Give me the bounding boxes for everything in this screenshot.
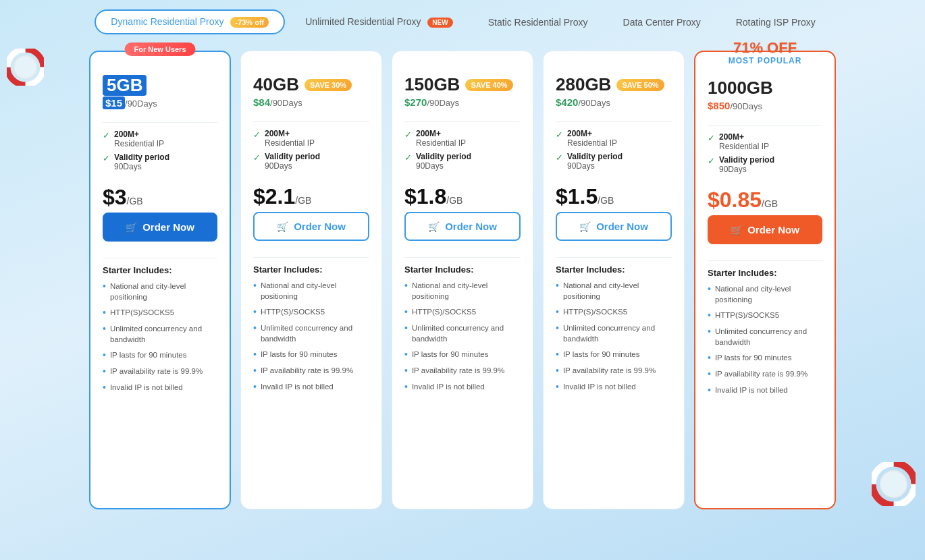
nav-label-dynamic: Dynamic Residential Proxy bbox=[111, 16, 223, 27]
divider2-150gb bbox=[404, 257, 521, 258]
feature-5-1000gb: IP availability rate is 99.9% bbox=[708, 368, 822, 380]
order-btn-1000gb[interactable]: 🛒 Order Now bbox=[708, 215, 822, 244]
period-1000gb: /90Days bbox=[730, 101, 762, 111]
order-btn-150gb[interactable]: 🛒 Order Now bbox=[404, 212, 521, 241]
order-label-1000gb: Order Now bbox=[747, 224, 799, 235]
feature-1-40gb: National and city-level positioning bbox=[253, 280, 369, 302]
feature-1-280gb: National and city-level positioning bbox=[556, 280, 672, 302]
plan-card-280gb: 280GB SAVE 50% $420/90Days ✓ 200M+ Resid… bbox=[543, 51, 685, 509]
ips-row-40gb: ✓ 200M+ Residential IP bbox=[253, 129, 369, 148]
plan-card-40gb: 40GB SAVE 30% $84/90Days ✓ 200M+ Residen… bbox=[240, 51, 382, 509]
feature-1-5gb: National and city-level positioning bbox=[103, 281, 217, 302]
validity-row-40gb: ✓ Validity period 90Days bbox=[253, 152, 369, 171]
feature-2-5gb: HTTP(S)/SOCKS5 bbox=[103, 307, 217, 318]
feature-5-40gb: IP availability rate is 99.9% bbox=[253, 365, 369, 376]
feature-5-280gb: IP availability rate is 99.9% bbox=[556, 365, 672, 376]
nav-label-unlimited: Unlimited Residential Proxy bbox=[305, 16, 421, 27]
feature-6-1000gb: Invalid IP is not billed bbox=[708, 385, 822, 396]
order-btn-40gb[interactable]: 🛒 Order Now bbox=[253, 212, 369, 241]
per-gb-40gb: $2.1/GB bbox=[253, 184, 369, 209]
order-btn-5gb[interactable]: 🛒 Order Now bbox=[103, 213, 217, 242]
order-label-5gb: Order Now bbox=[142, 221, 194, 233]
divider-150gb bbox=[404, 121, 521, 122]
check-validity-150gb: ✓ bbox=[404, 152, 412, 163]
price-value-1000gb: $850 bbox=[708, 100, 730, 111]
nav-item-static[interactable]: Static Residential Proxy bbox=[473, 11, 603, 33]
divider2-5gb bbox=[103, 258, 217, 258]
per-gb-unit-40gb: /GB bbox=[295, 195, 311, 206]
feature-3-280gb: Unlimited concurrency and bandwidth bbox=[556, 323, 672, 344]
gb-label-5gb: 5GB bbox=[103, 75, 147, 96]
gb-label-280gb: 280GB bbox=[556, 74, 611, 95]
validity-label-40gb: Validity period bbox=[265, 152, 320, 161]
ips-value-5gb: 200M+ bbox=[114, 130, 164, 139]
period-40gb: /90Days bbox=[270, 98, 302, 108]
validity-label-5gb: Validity period bbox=[114, 152, 169, 162]
ip-type-40gb: Residential IP bbox=[265, 138, 315, 148]
nav-item-unlimited[interactable]: Unlimited Residential Proxy NEW bbox=[290, 11, 467, 33]
nav-bar: Dynamic Residential Proxy -73% off Unlim… bbox=[0, 0, 925, 44]
nav-item-datacenter[interactable]: Data Center Proxy bbox=[608, 11, 716, 33]
check-validity-280gb: ✓ bbox=[556, 152, 563, 163]
price-line-5gb: $15/90Days bbox=[103, 97, 217, 109]
cart-icon-1000gb: 🛒 bbox=[731, 225, 742, 235]
price-value-280gb: $420 bbox=[556, 96, 578, 108]
feature-3-5gb: Unlimited concurrency and bandwidth bbox=[103, 323, 217, 345]
card-header-5gb: 5GB bbox=[103, 75, 217, 96]
period-280gb: /90Days bbox=[578, 98, 610, 108]
divider-280gb bbox=[556, 121, 672, 122]
validity-row-150gb: ✓ Validity period 90Days bbox=[404, 152, 521, 171]
gb-label-1000gb: 1000GB bbox=[708, 78, 773, 99]
validity-row-280gb: ✓ Validity period 90Days bbox=[556, 152, 672, 171]
divider2-280gb bbox=[556, 257, 672, 258]
price-line-1000gb: $850/90Days bbox=[708, 100, 822, 111]
nav-item-rotating[interactable]: Rotating ISP Proxy bbox=[721, 11, 830, 33]
cart-icon-5gb: 🛒 bbox=[126, 222, 137, 233]
starter-title-280gb: Starter Includes: bbox=[556, 264, 672, 275]
feature-4-5gb: IP lasts for 90 minutes bbox=[103, 349, 217, 361]
gb-label-40gb: 40GB bbox=[253, 74, 299, 95]
feature-3-1000gb: Unlimited concurrency and bandwidth bbox=[708, 326, 822, 347]
per-gb-5gb: $3/GB bbox=[103, 185, 217, 210]
ips-row-150gb: ✓ 200M+ Residential IP bbox=[404, 129, 521, 148]
ip-type-150gb: Residential IP bbox=[416, 138, 466, 148]
divider-1000gb bbox=[708, 125, 822, 125]
divider2-40gb bbox=[253, 257, 369, 258]
check-validity-5gb: ✓ bbox=[103, 153, 110, 163]
feature-6-280gb: Invalid IP is not billed bbox=[556, 381, 672, 393]
per-gb-150gb: $1.8/GB bbox=[404, 184, 521, 209]
ips-row-1000gb: ✓ 200M+ Residential IP bbox=[708, 132, 822, 151]
popular-banner: 71% OFF MOST POPULAR bbox=[729, 40, 802, 65]
feature-4-1000gb: IP lasts for 90 minutes bbox=[708, 352, 822, 364]
bullet-list-40gb: National and city-level positioning HTTP… bbox=[253, 280, 369, 397]
starter-title-5gb: Starter Includes: bbox=[103, 265, 217, 275]
feature-6-5gb: Invalid IP is not billed bbox=[103, 382, 217, 393]
validity-row-1000gb: ✓ Validity period 90Days bbox=[708, 155, 822, 174]
period-5gb: /90Days bbox=[125, 99, 157, 109]
check-ips-1000gb: ✓ bbox=[708, 133, 715, 143]
validity-days-5gb: 90Days bbox=[114, 162, 169, 171]
card-header-40gb: 40GB SAVE 30% bbox=[253, 74, 369, 95]
validity-days-150gb: 90Days bbox=[416, 161, 471, 171]
bullet-list-280gb: National and city-level positioning HTTP… bbox=[556, 280, 672, 397]
feature-2-1000gb: HTTP(S)/SOCKS5 bbox=[708, 310, 822, 321]
plan-card-150gb: 150GB SAVE 40% $270/90Days ✓ 200M+ Resid… bbox=[392, 51, 533, 509]
order-label-40gb: Order Now bbox=[294, 221, 346, 232]
life-ring-right-decoration bbox=[872, 462, 916, 506]
popular-most-popular: MOST POPULAR bbox=[729, 56, 802, 65]
price-line-40gb: $84/90Days bbox=[253, 96, 369, 108]
feature-6-40gb: Invalid IP is not billed bbox=[253, 381, 369, 393]
per-gb-unit-5gb: /GB bbox=[127, 196, 143, 206]
feature-3-150gb: Unlimited concurrency and bandwidth bbox=[404, 323, 521, 344]
starter-title-150gb: Starter Includes: bbox=[404, 264, 521, 275]
check-ips-40gb: ✓ bbox=[253, 130, 261, 140]
page-container: Dynamic Residential Proxy -73% off Unlim… bbox=[0, 0, 925, 560]
feature-2-280gb: HTTP(S)/SOCKS5 bbox=[556, 306, 672, 318]
nav-item-dynamic[interactable]: Dynamic Residential Proxy -73% off bbox=[95, 9, 285, 34]
order-label-280gb: Order Now bbox=[596, 221, 648, 232]
order-btn-280gb[interactable]: 🛒 Order Now bbox=[556, 212, 672, 241]
feature-1-1000gb: National and city-level positioning bbox=[708, 283, 822, 305]
validity-row-5gb: ✓ Validity period 90Days bbox=[103, 152, 217, 171]
ip-type-5gb: Residential IP bbox=[114, 139, 164, 148]
feature-3-40gb: Unlimited concurrency and bandwidth bbox=[253, 323, 369, 344]
